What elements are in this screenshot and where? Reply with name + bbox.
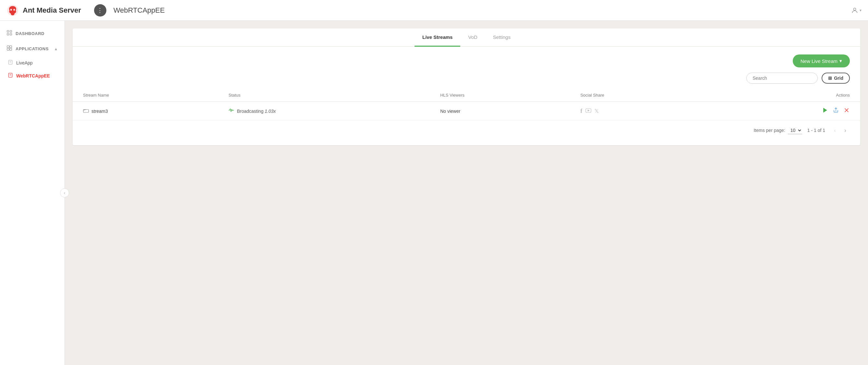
tab-settings-label: Settings [493, 34, 510, 40]
tab-live-streams-label: Live Streams [422, 34, 453, 40]
broadcasting-speed: 1.03x [265, 109, 276, 114]
main-content: Live Streams VoD Settings New Live Strea… [65, 21, 868, 365]
items-per-page-select[interactable]: 10 25 50 [788, 127, 802, 134]
svg-point-1 [10, 9, 12, 11]
user-dropdown-arrow: ▾ [860, 8, 862, 13]
facebook-share-icon[interactable]: f [580, 108, 582, 114]
col-stream-name: Stream Name [73, 89, 218, 102]
menu-dots-icon: ⋮ [97, 7, 103, 14]
body: DASHBOARD APPLICATIONS ▲ [0, 21, 868, 365]
tab-vod-label: VoD [468, 34, 477, 40]
table-row: stream3 Broadcasting 1.03x [73, 102, 860, 121]
search-input[interactable] [746, 73, 818, 84]
tabs-container: Live Streams VoD Settings [73, 29, 860, 47]
svg-rect-9 [10, 46, 12, 48]
hls-viewers-value: No viewer [440, 109, 460, 114]
col-hls-viewers: HLS Viewers [430, 89, 570, 102]
user-icon [851, 7, 858, 14]
stream-name-cell: stream3 [73, 102, 218, 121]
new-live-stream-button[interactable]: New Live Stream ▾ [793, 55, 850, 67]
stream-status-cell: Broadcasting 1.03x [218, 102, 430, 121]
chevron-left-icon: ‹ [64, 190, 65, 196]
sidebar-applications-left: APPLICATIONS [6, 45, 49, 53]
svg-marker-21 [823, 108, 827, 113]
items-per-page: Items per page: 10 25 50 [753, 127, 802, 134]
header-center: ⋮ WebRTCAppEE [81, 4, 851, 16]
svg-rect-6 [7, 33, 9, 35]
top-header: Ant Media Server ⋮ WebRTCAppEE ▾ [0, 0, 868, 21]
sidebar-item-dashboard[interactable]: DASHBOARD [0, 26, 65, 41]
applications-icon [6, 45, 12, 53]
svg-rect-7 [10, 33, 12, 35]
social-share-cell: f 𝕏 [570, 102, 709, 121]
user-menu[interactable]: ▾ [851, 7, 862, 14]
sidebar-applications[interactable]: APPLICATIONS ▲ [0, 41, 65, 57]
svg-rect-11 [10, 48, 12, 50]
sidebar-item-liveapp[interactable]: LiveApp [0, 57, 65, 69]
search-grid-row: ⊞ Grid [73, 73, 860, 89]
ant-logo [6, 4, 19, 16]
play-button[interactable] [822, 107, 829, 115]
sidebar: DASHBOARD APPLICATIONS ▲ [0, 21, 65, 365]
grid-view-button[interactable]: ⊞ Grid [822, 73, 850, 84]
svg-rect-5 [10, 30, 12, 32]
col-actions: Actions [709, 89, 860, 102]
pagination: Items per page: 10 25 50 1 - 1 of 1 ‹ › [73, 121, 860, 135]
sidebar-item-webrtcappee[interactable]: WebRTCAppEE [0, 69, 65, 82]
toolbar: New Live Stream ▾ [73, 47, 860, 73]
delete-button[interactable] [843, 107, 850, 115]
col-status: Status [218, 89, 430, 102]
webrtcappee-label: WebRTCAppEE [16, 73, 50, 78]
next-page-button[interactable]: › [841, 126, 850, 135]
actions-cell [709, 102, 860, 121]
share-button[interactable] [833, 107, 839, 115]
header-left: Ant Media Server [6, 4, 81, 16]
svg-rect-8 [7, 46, 9, 48]
col-social-share: Social Share [570, 89, 709, 102]
new-live-stream-arrow-icon: ▾ [839, 58, 842, 64]
content-card: Live Streams VoD Settings New Live Strea… [73, 29, 860, 145]
applications-label: APPLICATIONS [16, 46, 49, 51]
streams-table: Stream Name Status HLS Viewers Social Sh… [73, 89, 860, 121]
svg-rect-10 [7, 48, 9, 50]
grid-icon: ⊞ [828, 75, 832, 81]
stream-name: stream3 [91, 109, 108, 114]
svg-point-2 [13, 9, 15, 11]
svg-marker-20 [588, 109, 590, 111]
menu-button[interactable]: ⋮ [94, 4, 106, 16]
applications-collapse-icon: ▲ [54, 47, 58, 51]
current-app-title: WebRTCAppEE [114, 6, 165, 14]
prev-page-button[interactable]: ‹ [830, 126, 839, 135]
new-live-stream-label: New Live Stream [801, 58, 838, 64]
tab-vod[interactable]: VoD [460, 29, 485, 47]
broadcasting-pulse-icon [228, 107, 234, 115]
twitter-share-icon[interactable]: 𝕏 [595, 108, 599, 114]
dashboard-icon [6, 30, 12, 37]
svg-rect-4 [7, 30, 9, 32]
table-body: stream3 Broadcasting 1.03x [73, 102, 860, 121]
broadcasting-label: Broadcasting 1.03x [237, 109, 276, 114]
stream-folder-icon [83, 108, 89, 114]
liveapp-label: LiveApp [16, 60, 33, 65]
tab-live-streams[interactable]: Live Streams [414, 29, 460, 47]
table-header: Stream Name Status HLS Viewers Social Sh… [73, 89, 860, 102]
page-info: 1 - 1 of 1 [807, 128, 825, 133]
youtube-share-icon[interactable] [586, 108, 591, 114]
webrtcappee-icon [8, 73, 13, 79]
grid-label: Grid [834, 75, 843, 81]
hls-viewers-cell: No viewer [430, 102, 570, 121]
svg-point-3 [854, 8, 856, 10]
sidebar-nav: DASHBOARD APPLICATIONS ▲ [0, 21, 65, 88]
page-nav: ‹ › [830, 126, 850, 135]
dashboard-label: DASHBOARD [16, 31, 44, 36]
items-per-page-label: Items per page: [753, 128, 785, 133]
tab-settings[interactable]: Settings [485, 29, 518, 47]
brand-name: Ant Media Server [23, 6, 81, 14]
sidebar-collapse-button[interactable]: ‹ [60, 188, 69, 197]
liveapp-icon [8, 60, 13, 66]
